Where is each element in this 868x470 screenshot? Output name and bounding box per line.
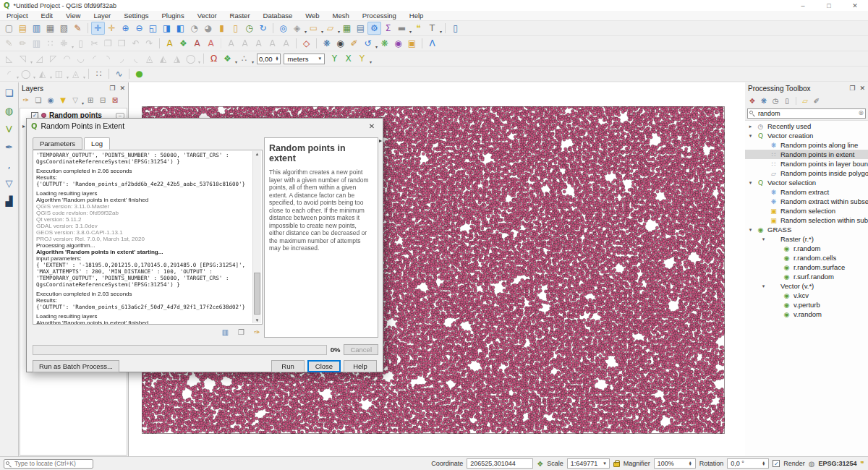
close-panel-icon[interactable]: ✕ [119, 85, 125, 92]
circular-string-icon[interactable]: ◜ [2, 67, 16, 80]
run-as-batch-button[interactable]: Run as Batch Process... [33, 360, 119, 372]
clear-log-icon[interactable]: ✑ [252, 328, 263, 337]
style-manager-icon[interactable]: ✎ [71, 22, 85, 35]
snapping-magnet-icon[interactable]: Ω [207, 52, 221, 65]
statistical-summary-icon[interactable]: ▤ [354, 22, 367, 35]
layer-labeling-icon[interactable]: A [163, 37, 176, 50]
save-project-icon[interactable]: ▥ [30, 22, 43, 35]
sum-icon[interactable]: Σ [381, 22, 395, 35]
python-console-icon[interactable]: ❋ [320, 37, 333, 50]
render-checkbox[interactable]: ✓ [773, 460, 780, 467]
locate-input[interactable] [4, 459, 93, 469]
snapping-unit-select[interactable]: meters ▾ [284, 54, 325, 64]
pan-map-icon[interactable]: ✛ [91, 22, 105, 35]
georeferencer-icon[interactable]: ▣ [405, 37, 419, 50]
pan-to-selection-icon[interactable]: ✛ [105, 22, 119, 35]
scroll-up-icon[interactable]: ▲ [253, 152, 261, 156]
item-grass[interactable]: ▾ ◉ GRASS [745, 225, 868, 234]
add-wms-layer-icon[interactable]: ◍ [2, 104, 16, 117]
item-plugins[interactable]: Plugins [155, 11, 190, 20]
tree-caret-icon[interactable]: ▾ [760, 236, 767, 242]
item-layer[interactable]: Layer [87, 11, 117, 20]
item-random-extract[interactable]: ❋ Random extract [745, 187, 868, 197]
run-button[interactable]: Run [271, 360, 305, 372]
temporal-controller-icon[interactable]: ◷ [242, 22, 256, 35]
offset-curve-icon[interactable]: ◬ [142, 52, 156, 65]
item-v.kcv[interactable]: ◉ v.kcv [745, 291, 868, 300]
item-vector[interactable]: Vector [191, 11, 224, 20]
help-contents-icon[interactable]: ▯ [448, 22, 462, 35]
item-random-extract-within-subsets[interactable]: ❋ Random extract within subsets [745, 197, 868, 206]
pin-labels-icon[interactable]: A [190, 37, 204, 50]
snapping-tolerance-spinner[interactable]: 0,00 ▲▼ [257, 54, 281, 64]
move-label-icon[interactable]: A [238, 37, 252, 50]
item-random-selection-within-subsets[interactable]: ▣ Random selection within subsets [745, 215, 868, 225]
snapping-mode-icon[interactable]: ❖ [221, 52, 234, 65]
grass-plugin-icon[interactable]: ● [132, 67, 146, 80]
random-points-toolbar-icon[interactable]: ∷ [92, 67, 106, 80]
add-mesh-layer-icon[interactable]: ✒ [2, 140, 16, 153]
tree-caret-icon[interactable]: ▾ [760, 283, 767, 289]
layout-manager-icon[interactable]: ▧ [57, 22, 71, 35]
zoom-in-icon[interactable]: ⊕ [119, 22, 132, 35]
data-source-manager-icon[interactable]: ❏ [2, 86, 16, 99]
tracing-offset-icon[interactable]: Y [355, 52, 369, 65]
item-project[interactable]: Project [0, 11, 35, 20]
toolbox-search-input[interactable] [747, 108, 866, 119]
geometry-checker-icon[interactable]: ◇ [299, 37, 313, 50]
manage-map-themes-icon[interactable]: ◉ [45, 95, 56, 106]
toggle-editing-icon[interactable]: ✏ [16, 37, 30, 50]
item-vector-selection[interactable]: ▾ Q Vector selection [745, 178, 868, 187]
float-panel-icon[interactable]: ❐ [109, 85, 115, 92]
close-button[interactable]: ✕ [842, 2, 868, 9]
collapse-help-arrow-icon[interactable]: ▸ [379, 137, 382, 144]
item-vector-v.-[interactable]: ▾ Vector (v.*) [745, 281, 868, 291]
circle-tool-icon[interactable]: ◯ [19, 67, 33, 80]
highlight-labels-icon[interactable]: A [224, 37, 238, 50]
item-edit[interactable]: Edit [35, 11, 59, 20]
add-part-icon[interactable]: ◡ [74, 52, 88, 65]
item-r.random.cells[interactable]: ◉ r.random.cells [745, 253, 868, 262]
tree-caret-icon[interactable]: ▸ [747, 124, 754, 129]
add-ring-icon[interactable]: ◠ [60, 52, 74, 65]
select-features-icon[interactable]: ▭ [307, 22, 320, 35]
text-annotation-icon[interactable]: T [425, 22, 439, 35]
scale-select[interactable]: 1:649771 ▾ [567, 458, 610, 469]
vertex-tool-icon[interactable]: ✙ [57, 37, 71, 50]
measure-icon[interactable]: ▬ [395, 22, 409, 35]
extents-toggle-icon[interactable]: ❖ [537, 460, 543, 468]
spinner-arrows[interactable]: ▲▼ [276, 56, 279, 61]
rotation-spinner[interactable]: 0,0 ° ▲▼ [727, 458, 769, 469]
maximize-button[interactable]: □ [816, 2, 842, 9]
regular-polygon-icon[interactable]: ◬ [69, 67, 82, 80]
item-raster-r.-[interactable]: ▾ Raster (r.*) [745, 234, 868, 244]
fill-ring-icon[interactable]: ◜ [88, 52, 101, 65]
float-panel-icon[interactable]: ❐ [849, 85, 855, 92]
layer-diagram-icon[interactable]: ❖ [176, 37, 190, 50]
rotate-label-icon[interactable]: A [252, 37, 265, 50]
zoom-next-icon[interactable]: ◕ [201, 22, 215, 35]
add-group-icon[interactable]: ❏ [33, 95, 44, 106]
add-virtual-layer-icon[interactable]: ▟ [2, 195, 16, 208]
lock-scale-icon[interactable] [613, 462, 620, 467]
deselect-features-icon[interactable]: ▱ [323, 22, 337, 35]
magnifier-spinner[interactable]: 100% ▲▼ [654, 458, 696, 469]
pencil-tool-icon[interactable]: ✐ [347, 37, 361, 50]
plugin-green-icon[interactable]: ❋ [378, 37, 391, 50]
refresh-icon[interactable]: ↻ [256, 22, 270, 35]
tree-caret-icon[interactable]: ▾ [747, 133, 754, 139]
processing-toolbox-icon[interactable]: ⚙ [367, 22, 381, 35]
item-random-points-inside-polygons[interactable]: ▱ Random points inside polygons [745, 168, 868, 178]
open-project-icon[interactable]: ▤ [16, 22, 30, 35]
item-r.random[interactable]: ◉ r.random [745, 244, 868, 253]
add-feature-icon[interactable]: ∷ [43, 37, 57, 50]
copy-features-icon[interactable]: ❐ [101, 37, 115, 50]
zoom-to-layer-icon[interactable]: ◧ [174, 22, 187, 35]
expand-all-icon[interactable]: ⊞ [85, 95, 96, 106]
zoom-last-icon[interactable]: ◔ [187, 22, 201, 35]
item-mesh[interactable]: Mesh [326, 11, 356, 20]
add-delimited-text-icon[interactable]: , [2, 158, 16, 171]
map-tips-icon[interactable]: ❝ [412, 22, 425, 35]
delete-ring-icon[interactable]: ◝ [101, 52, 115, 65]
snapping-tolerance-icon[interactable]: ∴ [237, 52, 251, 65]
